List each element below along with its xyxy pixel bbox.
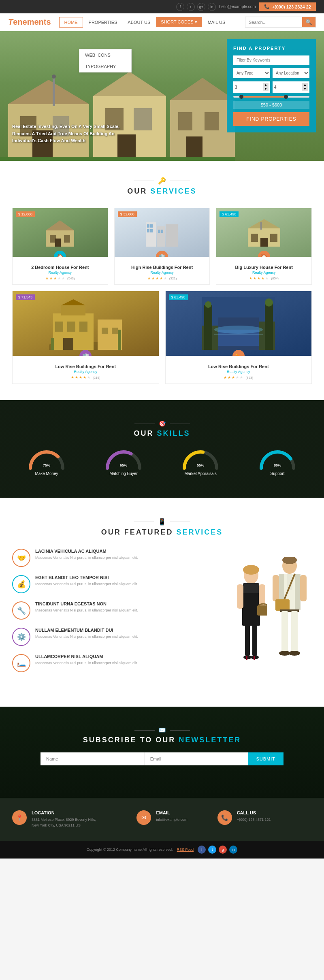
footer-linkedin[interactable]: in (229, 846, 237, 854)
svg-rect-27 (147, 224, 149, 228)
rss-link[interactable]: RSS Feed (177, 848, 194, 852)
newsletter-line-left (134, 730, 155, 731)
newsletter-submit-button[interactable]: Submit (248, 752, 284, 765)
location-select[interactable]: Any Location (273, 68, 309, 78)
star: ★ (49, 276, 53, 280)
search-input[interactable] (245, 18, 302, 27)
beds-down[interactable]: ▼ (263, 87, 269, 91)
skill-gauge-support: 80% (259, 450, 296, 468)
featured-desc-2: Maecenas Venenatis Nisi purus, in ullamc… (35, 582, 138, 587)
building-svg-wide-1 (49, 297, 122, 350)
baths-buttons: ▲ ▼ (302, 83, 308, 91)
nav-home[interactable]: Home (59, 17, 83, 28)
prop-reviews-2: (321) (169, 277, 177, 280)
search-button[interactable]: 🔍 (302, 17, 315, 27)
find-properties-button[interactable]: Find properties (233, 112, 309, 126)
footer-location-text: Location 3881 Melrose Place, 6929 Beverl… (32, 810, 96, 829)
svg-rect-25 (157, 226, 165, 247)
dropdown-typography[interactable]: Typography (79, 61, 131, 72)
prop-img-2: $ 32,000 🏢 (115, 208, 210, 257)
featured-title-4: Nullam Elementum Blandit Dui (35, 628, 138, 633)
svg-point-91 (289, 651, 300, 656)
logo[interactable]: Tenements (8, 17, 51, 27)
skills-heading: OUR SKILLS (12, 429, 312, 438)
newsletter-subscribe: SUBSCRIBE TO OUR (83, 736, 179, 744)
location-title: Location (32, 810, 96, 815)
svg-rect-12 (178, 112, 192, 130)
svg-rect-84 (300, 575, 307, 601)
prop-stars-wide-2: ★ ★ ★ ★ ★ (853) (170, 375, 308, 379)
star: ★ (156, 276, 159, 280)
slider-thumb-right[interactable] (284, 95, 288, 99)
nav-about[interactable]: About Us (123, 17, 155, 27)
featured-line-right (170, 522, 190, 522)
prop-name-wide-2: Low Rise Buildings For Rent (170, 364, 308, 369)
star-empty: ★ (58, 276, 61, 280)
slider-track (233, 96, 309, 98)
featured-desc-3: Maecenas Venenatis Nisi purus, in ullamc… (35, 608, 138, 614)
featured-section: 📱 OUR FEATURED SERVICES 🤝 Lacinia Vehicu… (0, 498, 324, 707)
house-svg-1 (42, 218, 78, 247)
prop-agent-1: Realty Agency (17, 271, 104, 275)
dropdown-webicons[interactable]: Web Icons (79, 49, 131, 61)
baths-down[interactable]: ▼ (302, 87, 308, 91)
social-twitter[interactable]: t (187, 3, 195, 11)
social-google[interactable]: g+ (197, 3, 205, 11)
social-facebook[interactable]: f (176, 3, 184, 11)
svg-rect-46 (79, 322, 87, 332)
footer-twitter[interactable]: t (208, 846, 216, 854)
slider-thumb-left[interactable] (239, 95, 243, 99)
footer-google[interactable]: g (219, 846, 227, 854)
property-card-wide-1: $ 71,543 🏢 Low Rise Buildings For Rent R… (12, 291, 159, 384)
price-slider[interactable] (233, 96, 309, 98)
newsletter-line-right (170, 730, 190, 731)
svg-rect-81 (295, 574, 301, 610)
featured-text-5: Ullamcorper Nisl Aliquam Maecenas Venena… (35, 654, 138, 666)
newsletter-name-input[interactable] (40, 752, 144, 765)
baths-up[interactable]: ▲ (302, 83, 308, 87)
copyright-text: Copyright © 2012 Company name All rights… (87, 848, 173, 852)
title-decoration: 🔑 (12, 177, 312, 185)
star: ★ (79, 375, 82, 379)
nav-properties[interactable]: Properties (84, 17, 122, 27)
baths-input: 4 ▲ ▼ (273, 81, 309, 93)
footer-info: 📍 Location 3881 Melrose Place, 6929 Beve… (0, 798, 324, 841)
beds-up[interactable]: ▲ (263, 83, 269, 87)
skill-pct-1: 75% (43, 463, 50, 467)
star-empty: ★ (62, 276, 65, 280)
property-card-wide-2: $ 61,490 🏊 Low Rise Buildings For Rent R… (165, 291, 312, 384)
top-bar-phone[interactable]: 📞 +(000) 123 2324 22 (259, 2, 316, 11)
star: ★ (53, 276, 57, 280)
svg-point-18 (52, 75, 56, 79)
svg-rect-76 (254, 656, 255, 660)
title-line-left (134, 181, 154, 181)
top-bar-email: hello@example.com (219, 4, 256, 9)
svg-rect-44 (55, 322, 63, 332)
svg-rect-8 (134, 108, 152, 130)
footer-email-text: Email info@example.com (156, 810, 187, 822)
prop-stars-3: ★ ★ ★ ★ ★ (854) (220, 276, 307, 280)
footer-facebook[interactable]: f (198, 846, 206, 854)
social-linkedin[interactable]: in (208, 3, 216, 11)
newsletter-word: NEWSLETTER (179, 736, 241, 744)
svg-rect-50 (51, 338, 54, 350)
prop-name-1: 2 Bedroom House For Rent (17, 265, 104, 270)
newsletter-email-input[interactable] (144, 752, 248, 765)
nav-mail[interactable]: Mail Us (203, 17, 230, 27)
svg-marker-42 (61, 299, 85, 305)
svg-rect-49 (112, 328, 118, 334)
prop-img-bg-wide-1 (13, 291, 159, 356)
star-empty: ★ (164, 276, 167, 280)
star: ★ (232, 375, 235, 379)
search-bar: 🔍 (245, 17, 316, 28)
star-empty: ★ (265, 276, 269, 280)
type-select[interactable]: Any Type (233, 68, 270, 78)
keyword-input[interactable] (233, 55, 309, 65)
nav-shortcodes[interactable]: Short Codes ▾ (156, 17, 202, 27)
prop-agent-wide-2: Realty Agency (170, 370, 308, 374)
featured-text-3: Tincidunt Urna Egestas Non Maecenas Vene… (35, 601, 138, 614)
phone-number: +(000) 123 2324 22 (272, 4, 311, 9)
featured-image (223, 549, 312, 686)
prop-info-1: 2 Bedroom House For Rent Realty Agency ★… (13, 257, 108, 284)
featured-icon-circle-2: 💰 (12, 575, 30, 593)
